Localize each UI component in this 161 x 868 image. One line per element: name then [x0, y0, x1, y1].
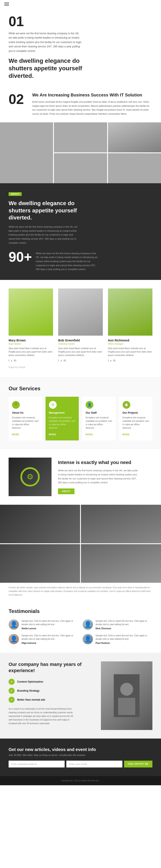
team-socials-2: f y IG	[108, 359, 153, 362]
service-title-1: Management	[49, 411, 76, 414]
newsletter-email-input[interactable]	[66, 761, 123, 768]
company-right	[101, 661, 153, 730]
newsletter-name-input[interactable]	[8, 761, 64, 768]
service-title-3: Our Projects	[123, 411, 149, 414]
team-socials-1: f y IG	[58, 359, 103, 362]
intense-image: ⚙	[8, 458, 52, 496]
image-home	[54, 153, 107, 183]
service-more-2[interactable]: MORE	[86, 433, 93, 436]
avatar-nick: 👤	[83, 619, 93, 630]
testimonial-content-0: Sample text. Click to select the text bo…	[22, 619, 78, 630]
service-icon-1: ⚙	[49, 401, 57, 409]
team-name-0: Mary Brown	[8, 339, 53, 342]
newsletter-heading: Get our new articles, videos and event i…	[8, 747, 153, 752]
newsletter-section: Get our new articles, videos and event i…	[0, 739, 161, 776]
testimonial-text-0[interactable]: Sample text. Click to select the text bo…	[22, 619, 78, 626]
check-item-2: ✓ Better than normal ads	[8, 697, 95, 703]
image-credit: Image by Freepik	[8, 366, 153, 368]
social-instagram-0[interactable]: IG	[14, 359, 17, 362]
service-more-3[interactable]: MORE	[123, 433, 130, 436]
intense-body: While we were not the first home cleanin…	[58, 468, 139, 485]
section-02: 02 We Are Increasing Business Success Wi…	[0, 86, 161, 122]
checkmark-icon-2: ✓	[10, 698, 13, 702]
team-role-1: cleaning master	[58, 342, 103, 345]
checkmark-icon-1: ✓	[10, 689, 13, 692]
company-image	[101, 661, 153, 730]
avatar-olga: 👤	[8, 634, 19, 644]
team-role-2: office manager	[108, 342, 153, 345]
service-more-0[interactable]: MORE	[12, 433, 19, 436]
check-circle-2: ✓	[8, 697, 15, 703]
social-instagram-2[interactable]: IG	[113, 359, 116, 362]
testimonials-title: Testimonials	[8, 608, 153, 614]
services-title: Our Services	[8, 385, 153, 392]
image-corridor	[0, 122, 53, 183]
testimonial-text-3[interactable]: Sample text. Click to select the text bo…	[96, 634, 153, 641]
testimonial-text-1[interactable]: Sample text. Click to select the text bo…	[96, 619, 153, 626]
projects-icon: 📋	[124, 403, 129, 407]
service-icon-2: 👤	[86, 401, 93, 409]
check-item-1: ✓ Branding Strategy	[8, 688, 95, 694]
image-person1	[54, 122, 107, 152]
check-label-1: Branding Strategy	[17, 689, 39, 692]
team-photo-mary	[8, 288, 53, 336]
testimonial-text-2[interactable]: Sample text. Click to select the text bo…	[22, 634, 78, 641]
testimonial-name-3: Paul Hudson	[96, 642, 153, 644]
team-member-2: Ann Richmond office manager Qiue amet ni…	[108, 288, 153, 362]
testimonial-content-1: Sample text. Click to select the text bo…	[96, 619, 153, 630]
photo-2d	[81, 544, 161, 583]
social-facebook-2[interactable]: f	[108, 359, 109, 362]
service-title-0: About Us	[12, 411, 38, 414]
testimonial-name-0: Stella Larson	[22, 627, 78, 630]
section02-heading: We Are Increasing Business Success With …	[32, 92, 153, 98]
social-twitter-2[interactable]: y	[110, 359, 112, 362]
service-icon-0: 📍	[12, 401, 20, 409]
service-icon-3: 📋	[123, 401, 130, 409]
service-title-2: Our Staff	[86, 411, 112, 414]
hamburger-menu[interactable]	[4, 3, 9, 6]
intense-section: ⚙ Intense is exactly what you need While…	[0, 449, 161, 505]
service-card-2: 👤 Our Staff Excepteur sint occaecat cupi…	[82, 397, 116, 440]
testimonial-2: 👤 Sample text. Click to select the text …	[8, 634, 78, 644]
counter-number: 90+	[8, 250, 32, 264]
svg-point-1	[120, 683, 133, 696]
section01-headline: We dwelling elegance do shutters appetit…	[8, 57, 99, 80]
about-headline: We dwelling elegance do shutters appetit…	[8, 200, 95, 221]
photo-2c	[0, 544, 80, 583]
section-number-02: 02	[8, 92, 26, 106]
company-heading: Our company has many years of experience…	[8, 661, 95, 674]
person-icon-3: 👤	[84, 636, 92, 643]
social-instagram-1[interactable]: IG	[63, 359, 66, 362]
team-photo-ann	[108, 288, 153, 336]
avatar-stella: 👤	[8, 619, 19, 630]
counter-text: While we were not the first home cleanin…	[36, 250, 98, 271]
gear-icon: ⚙	[27, 472, 33, 482]
service-desc-0: Excepteur sint occaecat cupidatat non pr…	[12, 416, 38, 430]
company-desc: As a result of our philosophy to be the …	[8, 707, 77, 725]
team-member-0: Mary Brown team leader Qiue amet nirasil…	[8, 288, 53, 362]
social-twitter-1[interactable]: y	[60, 359, 62, 362]
testimonial-content-3: Sample text. Click to select the text bo…	[96, 634, 153, 644]
top-nav	[0, 0, 161, 8]
photo-2b	[81, 505, 161, 543]
section-number-01: 01	[8, 14, 153, 28]
intense-about-button[interactable]: ABOUT	[58, 489, 75, 494]
social-facebook-1[interactable]: f	[58, 359, 59, 362]
avatar-paul: 👤	[83, 634, 93, 644]
testimonial-0: 👤 Sample text. Click to select the text …	[8, 619, 78, 630]
about-desc: While we were not the first home cleanin…	[8, 225, 79, 245]
staff-icon: 👤	[87, 403, 92, 407]
social-facebook-0[interactable]: f	[8, 359, 9, 362]
service-more-1[interactable]: MORE	[49, 433, 56, 436]
social-twitter-0[interactable]: y	[11, 359, 12, 362]
newsletter-submit-button[interactable]: FEEL NOTIFY ME	[124, 761, 153, 768]
svg-rect-2	[118, 698, 135, 715]
person-icon-1: 👤	[84, 621, 92, 628]
image-person2	[108, 122, 161, 152]
intense-text: Intense is exactly what you need While w…	[58, 460, 139, 494]
services-section: Our Services 📍 About Us Excepteur sint o…	[0, 377, 161, 449]
service-desc-2: Excepteur sint occaecat cupidatat non pr…	[86, 416, 112, 430]
check-circle-0: ✓	[8, 679, 15, 685]
service-desc-3: Excepteur sint occaecat cupidatat non pr…	[123, 416, 149, 430]
team-desc-2: Qiue amet nirasil libero molestie arcu a…	[108, 347, 153, 357]
